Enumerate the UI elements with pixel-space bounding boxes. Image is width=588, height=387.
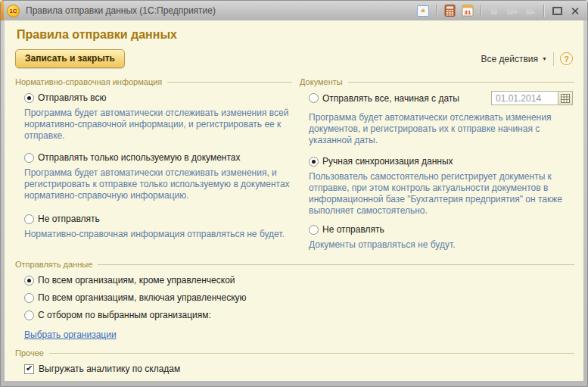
radio-label: Отправлять все, начиная с даты — [322, 93, 459, 104]
documents-section-header: Документы — [300, 77, 574, 86]
radio-no-send-docs[interactable]: Не отправлять — [309, 224, 574, 235]
chevron-down-icon: ▼ — [542, 56, 547, 61]
calculator-icon — [444, 5, 456, 17]
documents-section: Документы Отправлять все, начиная с даты — [298, 76, 574, 258]
memory-m-button[interactable]: M — [487, 7, 502, 15]
nsi-section-title: Нормативно-справочная информация — [15, 77, 162, 86]
memory-m-plus-button[interactable]: M+ — [505, 7, 520, 15]
radio-icon — [24, 276, 34, 286]
radio-label: Не отправлять — [38, 214, 100, 224]
help-button[interactable]: ? — [560, 52, 573, 65]
radio-no-send-nsi[interactable]: Не отправлять — [24, 214, 292, 224]
favorites-button[interactable]: ★ — [415, 4, 431, 18]
radio-icon — [24, 93, 34, 103]
toolbar-separator — [553, 52, 554, 66]
radio-send-all-nsi[interactable]: Отправлять всю — [24, 92, 292, 103]
send-data-section: Отправлять данные По всем организациям, … — [14, 260, 574, 341]
radio-label: Ручная синхронизация данных — [322, 156, 453, 167]
documents-option-description: Документы отправляться не будут. — [309, 239, 574, 251]
export-warehouse-analytics-checkbox[interactable]: Выгружать аналитику по складам — [24, 364, 574, 374]
select-organizations-link[interactable]: Выбрать организации — [24, 329, 117, 340]
radio-label: Отправлять только используемую в докумен… — [38, 152, 241, 163]
nsi-option-description: Программа будет автоматически отслеживат… — [24, 167, 292, 201]
radio-icon — [24, 214, 34, 224]
section-divider-line — [98, 264, 574, 265]
start-date-field[interactable] — [491, 91, 558, 105]
star-icon: ★ — [417, 5, 429, 17]
send-data-section-header: Отправлять данные — [15, 260, 574, 269]
all-actions-button[interactable]: Все действия ▼ — [481, 54, 547, 64]
section-divider-line — [348, 82, 574, 83]
page-title: Правила отправки данных — [17, 28, 574, 42]
other-section-title: Прочее — [15, 348, 44, 357]
other-section-header: Прочее — [15, 348, 574, 357]
calendar-button[interactable]: 31 — [460, 4, 475, 18]
date-picker-button[interactable] — [558, 91, 573, 105]
titlebar-separator — [543, 5, 544, 17]
nsi-option-description: Нормативно-справочная информация отправл… — [24, 229, 292, 240]
window-accent-strip — [1, 1, 4, 20]
svg-text:31: 31 — [465, 9, 471, 16]
section-divider-line — [49, 353, 574, 354]
close-button[interactable]: ✕ — [568, 4, 583, 18]
memory-m-minus-button[interactable]: M- — [523, 7, 538, 15]
close-icon: ✕ — [571, 5, 580, 17]
maximize-icon — [552, 7, 562, 15]
toolbar: Записать и закрыть Все действия ▼ ? — [15, 49, 573, 68]
other-section: Прочее Выгружать аналитику по складам i … — [14, 348, 574, 381]
documents-option-description: Пользователь самостоятельно регистрирует… — [309, 171, 574, 217]
calculator-button[interactable] — [442, 4, 457, 18]
1c-logo-icon: 1С — [7, 5, 20, 17]
app-window: 1С Правила отправки данных (1С:Предприят… — [0, 0, 588, 387]
radio-label: Не отправлять — [322, 224, 384, 235]
nsi-section: Нормативно-справочная информация Отправл… — [14, 76, 292, 258]
documents-section-title: Документы — [300, 77, 343, 86]
radio-manual-sync[interactable]: Ручная синхронизация данных — [309, 156, 574, 167]
window-title: Правила отправки данных (1С:Предприятие) — [26, 5, 216, 16]
send-data-section-title: Отправлять данные — [15, 260, 92, 269]
radio-icon — [24, 153, 34, 163]
radio-icon — [24, 293, 34, 303]
radio-label: По всем организациям, кроме управленческ… — [38, 275, 235, 286]
nsi-section-header: Нормативно-справочная информация — [15, 77, 292, 86]
radio-label: По всем организациям, включая управленче… — [38, 292, 247, 303]
radio-icon — [24, 311, 34, 320]
radio-icon — [309, 93, 319, 103]
section-divider-line — [167, 82, 292, 83]
radio-label: С отбором по выбранным организациям: — [38, 310, 211, 320]
title-bar: 1С Правила отправки данных (1С:Предприят… — [1, 1, 587, 20]
radio-send-used-nsi[interactable]: Отправлять только используемую в докумен… — [24, 152, 292, 163]
titlebar-separator — [436, 5, 437, 17]
radio-icon — [309, 157, 319, 167]
checkbox-label: Выгружать аналитику по складам — [39, 364, 180, 374]
titlebar-separator — [481, 5, 481, 17]
form-content: Правила отправки данных Записать и закры… — [5, 20, 583, 381]
date-picker-icon — [561, 94, 570, 103]
checkbox-icon — [24, 364, 34, 374]
radio-all-orgs-except-management[interactable]: По всем организациям, кроме управленческ… — [24, 275, 574, 286]
maximize-button[interactable] — [549, 4, 565, 18]
documents-option-description: Программа будет автоматически отслеживат… — [309, 112, 574, 146]
radio-send-docs-from-date[interactable]: Отправлять все, начиная с даты — [309, 91, 574, 105]
radio-icon — [309, 225, 319, 235]
radio-all-orgs-including-management[interactable]: По всем организациям, включая управленче… — [24, 292, 574, 303]
save-and-close-button[interactable]: Записать и закрыть — [15, 49, 125, 68]
radio-selected-orgs[interactable]: С отбором по выбранным организациям: — [24, 310, 574, 320]
radio-label: Отправлять всю — [38, 92, 107, 103]
all-actions-label: Все действия — [481, 54, 538, 64]
nsi-option-description: Программа будет автоматически отслеживат… — [24, 108, 292, 142]
calendar-31-icon: 31 — [462, 5, 474, 17]
